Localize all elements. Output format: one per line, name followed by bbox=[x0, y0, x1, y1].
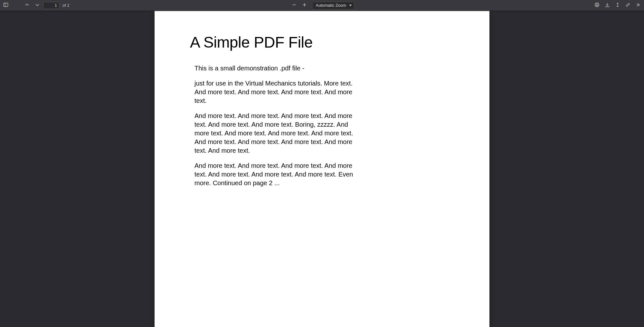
toolbar-right-group bbox=[592, 1, 644, 10]
next-page-button[interactable] bbox=[33, 1, 42, 10]
download-icon bbox=[605, 2, 610, 8]
chevron-double-right-icon bbox=[636, 2, 641, 8]
page-total-label: of 2 bbox=[61, 3, 72, 8]
plus-icon bbox=[302, 2, 307, 8]
toolbar-center-group: Automatic Zoom bbox=[290, 1, 355, 10]
minus-icon bbox=[292, 2, 297, 8]
text-tool-button[interactable] bbox=[613, 1, 622, 10]
prev-page-button[interactable] bbox=[23, 1, 32, 10]
more-tools-button[interactable] bbox=[634, 1, 643, 10]
page-number-input[interactable] bbox=[43, 2, 59, 9]
chevron-up-icon bbox=[24, 2, 30, 8]
toolbar-left-group: of 2 bbox=[0, 1, 72, 10]
pdf-page: A Simple PDF File This is a small demons… bbox=[155, 11, 489, 327]
document-paragraph: just for use in the Virtual Mechanics tu… bbox=[190, 79, 364, 105]
zoom-out-button[interactable] bbox=[290, 1, 299, 10]
pencil-icon bbox=[625, 2, 630, 8]
zoom-in-button[interactable] bbox=[300, 1, 309, 10]
download-button[interactable] bbox=[603, 1, 612, 10]
pdf-viewer-area[interactable]: A Simple PDF File This is a small demons… bbox=[0, 11, 644, 327]
document-paragraph: And more text. And more text. And more t… bbox=[190, 161, 364, 187]
print-icon bbox=[594, 2, 600, 8]
print-button[interactable] bbox=[592, 1, 601, 10]
document-paragraph: And more text. And more text. And more t… bbox=[190, 112, 364, 155]
pdf-toolbar: of 2 Automatic Zoom bbox=[0, 0, 644, 11]
sidebar-icon bbox=[3, 2, 8, 8]
sidebar-toggle-button[interactable] bbox=[1, 1, 10, 10]
text-cursor-icon bbox=[615, 2, 620, 8]
zoom-select-wrapper: Automatic Zoom bbox=[312, 2, 355, 9]
svg-rect-0 bbox=[4, 3, 8, 7]
draw-tool-button[interactable] bbox=[623, 1, 632, 10]
zoom-level-select[interactable]: Automatic Zoom bbox=[312, 2, 355, 9]
chevron-down-icon bbox=[35, 2, 40, 8]
svg-rect-6 bbox=[595, 4, 599, 6]
document-title: A Simple PDF File bbox=[190, 33, 454, 51]
document-paragraph: This is a small demonstration .pdf file … bbox=[190, 64, 364, 73]
